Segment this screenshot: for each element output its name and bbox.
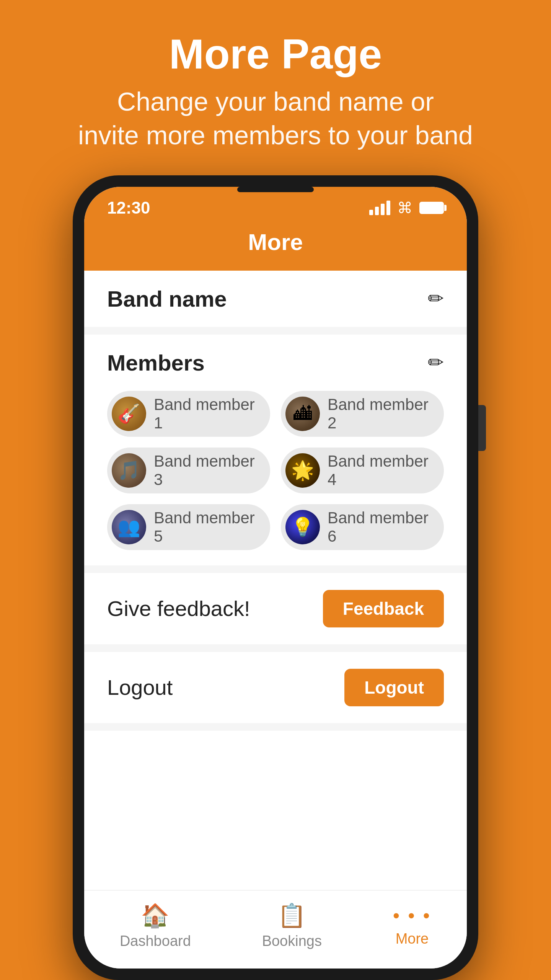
wifi-icon: ⌘ — [397, 199, 412, 217]
content-spacer — [84, 731, 467, 890]
bottom-nav: 🏠 Dashboard 📋 Bookings • • • More — [84, 890, 467, 969]
list-item[interactable]: 🎸 Band member 1 — [107, 391, 270, 437]
feedback-button[interactable]: Feedback — [323, 590, 444, 627]
list-item[interactable]: 🎵 Band member 3 — [107, 448, 270, 493]
avatar: 🎵 — [112, 453, 146, 488]
band-name-edit-icon[interactable]: ✏ — [428, 287, 444, 310]
member-name: Band member 6 — [328, 509, 436, 546]
list-item[interactable]: 🌟 Band member 4 — [281, 448, 444, 493]
status-icons: ⌘ — [369, 199, 444, 217]
phone-frame: 12:30 ⌘ More — [73, 175, 478, 980]
battery-icon — [419, 202, 444, 214]
band-name-title: Band name — [107, 286, 227, 312]
member-name: Band member 2 — [328, 395, 436, 432]
nav-label-dashboard: Dashboard — [120, 933, 191, 949]
home-icon: 🏠 — [141, 902, 170, 929]
member-name: Band member 1 — [154, 395, 262, 432]
app-header-title: More — [84, 229, 467, 255]
nav-label-more: More — [396, 931, 429, 947]
bookings-icon: 📋 — [277, 902, 306, 929]
logout-section: Logout Logout — [84, 652, 467, 723]
nav-label-bookings: Bookings — [262, 933, 322, 949]
feedback-label: Give feedback! — [107, 596, 250, 621]
signal-icon — [369, 201, 390, 215]
page-subtitle: Change your band name orinvite more memb… — [78, 85, 473, 152]
list-item[interactable]: 🏙 Band member 2 — [281, 391, 444, 437]
band-name-section: Band name ✏ — [84, 271, 467, 327]
list-item[interactable]: 👥 Band member 5 — [107, 504, 270, 550]
status-time: 12:30 — [107, 198, 150, 217]
member-name: Band member 3 — [154, 452, 262, 489]
page-title: More Page — [78, 31, 473, 77]
sidebar-item-more[interactable]: • • • More — [393, 905, 431, 947]
side-button — [478, 405, 486, 451]
member-name: Band member 5 — [154, 509, 262, 546]
content-area: Band name ✏ Members ✏ 🎸 Band member — [84, 271, 467, 890]
avatar: 👥 — [112, 510, 146, 544]
members-grid: 🎸 Band member 1 🏙 Band member 2 🎵 Band m… — [107, 391, 444, 550]
page-header: More Page Change your band name orinvite… — [55, 0, 496, 175]
avatar: 🏙 — [285, 397, 320, 431]
list-item[interactable]: 💡 Band member 6 — [281, 504, 444, 550]
members-section: Members ✏ 🎸 Band member 1 🏙 Band member … — [84, 335, 467, 565]
more-icon: • • • — [393, 905, 431, 927]
avatar: 🎸 — [112, 397, 146, 431]
logout-button[interactable]: Logout — [344, 669, 444, 706]
sidebar-item-dashboard[interactable]: 🏠 Dashboard — [120, 902, 191, 949]
avatar: 💡 — [285, 510, 320, 544]
avatar: 🌟 — [285, 453, 320, 488]
members-edit-icon[interactable]: ✏ — [428, 351, 444, 374]
phone-notch — [237, 187, 314, 192]
app-header: More — [84, 221, 467, 271]
sidebar-item-bookings[interactable]: 📋 Bookings — [262, 902, 322, 949]
member-name: Band member 4 — [328, 452, 436, 489]
members-title: Members — [107, 350, 205, 376]
feedback-section: Give feedback! Feedback — [84, 573, 467, 644]
logout-label: Logout — [107, 675, 173, 700]
